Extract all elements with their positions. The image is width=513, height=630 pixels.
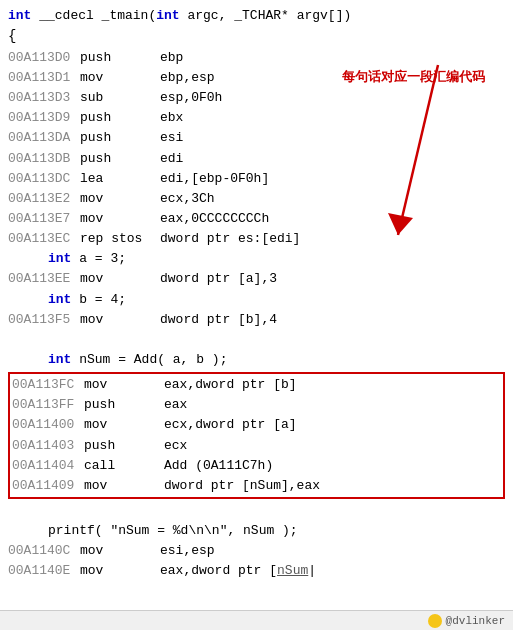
- asm-line-3: 00A113D9pushebx: [8, 108, 505, 128]
- asm-line-6: 00A113DCleaedi,[ebp-0F0h]: [8, 169, 505, 189]
- hl-line-5: 00A11409movdword ptr [nSum],eax: [12, 476, 501, 496]
- asm-line-5: 00A113DBpushedi: [8, 149, 505, 169]
- function-header: int __cdecl _tmain(int argc, _TCHAR* arg…: [8, 6, 505, 26]
- brace-open: {: [8, 26, 505, 48]
- yellow-bullet: [428, 614, 442, 628]
- code-container: int __cdecl _tmain(int argc, _TCHAR* arg…: [0, 0, 513, 587]
- asm-line-7: 00A113E2movecx,3Ch: [8, 189, 505, 209]
- asm-line-8: 00A113E7moveax,0CCCCCCCCh: [8, 209, 505, 229]
- asm-line-4: 00A113DApushesi: [8, 128, 505, 148]
- asm-after-1: 00A1140Emoveax,dword ptr [nSum|: [8, 561, 505, 581]
- hl-line-1: 00A113FFpusheax: [12, 395, 501, 415]
- bottom-bar: @dvlinker: [0, 610, 513, 630]
- src-nsum: int nSum = Add( a, b );: [8, 350, 505, 370]
- src-int-a: int a = 3;: [8, 249, 505, 269]
- asm-line-0: 00A113D0pushebp: [8, 48, 505, 68]
- hl-line-2: 00A11400movecx,dword ptr [a]: [12, 415, 501, 435]
- watermark: @dvlinker: [446, 615, 505, 627]
- hl-line-4: 00A11404callAdd (0A111C7h): [12, 456, 501, 476]
- asm-line-9: 00A113ECrep stosdword ptr es:[edi]: [8, 229, 505, 249]
- asm-int-a: 00A113EEmovdword ptr [a],3: [8, 269, 505, 289]
- asm-after-0: 00A1140Cmovesi,esp: [8, 541, 505, 561]
- blank-line-2: [8, 501, 505, 521]
- src-int-b: int b = 4;: [8, 290, 505, 310]
- hl-line-3: 00A11403pushecx: [12, 436, 501, 456]
- blank-line-1: [8, 330, 505, 350]
- highlighted-block: 00A113FCmoveax,dword ptr [b] 00A113FFpus…: [8, 372, 505, 499]
- src-printf: printf( "nSum = %d\n\n", nSum );: [8, 521, 505, 541]
- asm-line-2: 00A113D3subesp,0F0h: [8, 88, 505, 108]
- hl-line-0: 00A113FCmoveax,dword ptr [b]: [12, 375, 501, 395]
- nsum-ref: nSum: [277, 563, 308, 578]
- asm-line-1: 00A113D1movebp,esp: [8, 68, 505, 88]
- asm-int-b: 00A113F5movdword ptr [b],4: [8, 310, 505, 330]
